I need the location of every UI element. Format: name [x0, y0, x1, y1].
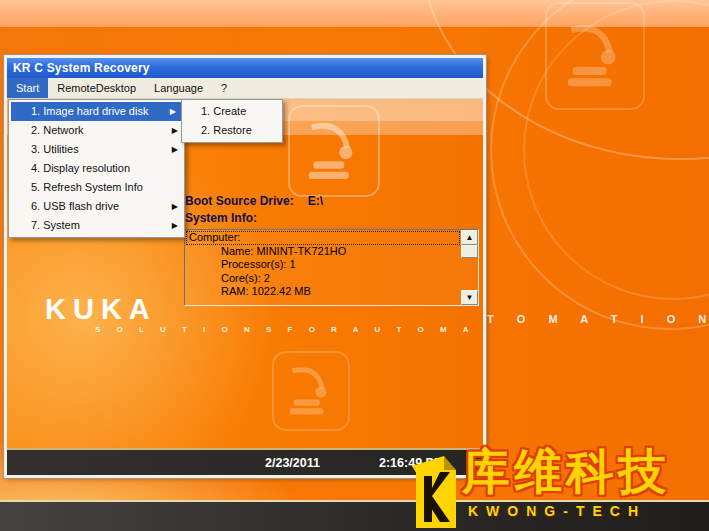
- boot-source-label: Boot Source Drive:: [185, 194, 294, 208]
- status-date: 2/23/2011: [265, 456, 320, 470]
- submenu-item-restore[interactable]: 2. Restore: [182, 121, 282, 140]
- kuka-logo: KUKA: [45, 293, 157, 326]
- scrollbar[interactable]: ▲ ▼: [461, 230, 478, 305]
- submenu-item-create[interactable]: 1. Create: [182, 102, 282, 121]
- scroll-down-icon[interactable]: ▼: [461, 290, 478, 305]
- robot-icon: [545, 2, 645, 110]
- list-item[interactable]: Core(s): 2: [186, 272, 460, 286]
- menu-item-utilities[interactable]: 3. Utilities ▶: [9, 140, 184, 159]
- menu-item-system[interactable]: 7. System ▶: [9, 216, 184, 235]
- menu-item-display-resolution[interactable]: 4. Display resolution: [9, 159, 184, 178]
- chevron-right-icon: ▶: [172, 121, 178, 140]
- scrollbar-thumb[interactable]: [461, 245, 478, 258]
- menu-bar: Start RemoteDesktop Language ?: [7, 78, 483, 99]
- list-item[interactable]: Computer:: [186, 231, 460, 245]
- system-info-label: System Info:: [185, 211, 257, 225]
- system-info-listbox[interactable]: Computer: Name: MININT-TK721HO Processor…: [184, 229, 479, 306]
- boot-source-line: Boot Source Drive: E:\: [185, 194, 323, 208]
- robot-icon: [288, 105, 380, 197]
- menu-language[interactable]: Language: [145, 78, 212, 98]
- menu-item-network[interactable]: 2. Network ▶: [9, 121, 184, 140]
- system-info-rows: Computer: Name: MININT-TK721HO Processor…: [186, 231, 460, 304]
- chevron-right-icon: ▶: [172, 140, 178, 159]
- kuka-tagline: S O L U T I O N S F O R A U T O M A T I …: [95, 325, 483, 334]
- window-title: KR C System Recovery: [13, 61, 150, 75]
- menu-item-usb-flash-drive[interactable]: 6. USB flash drive ▶: [9, 197, 184, 216]
- menu-start[interactable]: Start: [7, 78, 48, 98]
- chevron-right-icon: ▶: [172, 197, 178, 216]
- list-item[interactable]: Processor(s): 1: [186, 258, 460, 272]
- watermark-cjk-text: 库维科技: [462, 448, 670, 496]
- list-item[interactable]: RAM: 1022.42 MB: [186, 285, 460, 299]
- image-hard-drive-submenu: 1. Create 2. Restore: [181, 99, 283, 143]
- scroll-up-icon[interactable]: ▲: [461, 230, 478, 245]
- menu-item-image-hard-drive-disk[interactable]: 1. Image hard drive disk ▶: [11, 102, 182, 121]
- kwong-tech-logo-icon: [410, 456, 464, 528]
- boot-source-value: E:\: [308, 194, 323, 208]
- window-titlebar[interactable]: KR C System Recovery: [7, 58, 483, 78]
- chevron-right-icon: ▶: [170, 102, 176, 121]
- menu-remote-desktop[interactable]: RemoteDesktop: [48, 78, 145, 98]
- robot-icon: [272, 351, 350, 431]
- chevron-right-icon: ▶: [172, 216, 178, 235]
- desktop-background-text: T O M A T I O N: [487, 313, 709, 325]
- list-item[interactable]: Name: MININT-TK721HO: [186, 245, 460, 259]
- start-dropdown-menu: 1. Image hard drive disk ▶ 2. Network ▶ …: [8, 99, 185, 238]
- menu-help[interactable]: ?: [212, 78, 236, 98]
- menu-item-refresh-system-info[interactable]: 5. Refresh System Info: [9, 178, 184, 197]
- watermark-latin-text: KWONG-TECH: [468, 503, 646, 519]
